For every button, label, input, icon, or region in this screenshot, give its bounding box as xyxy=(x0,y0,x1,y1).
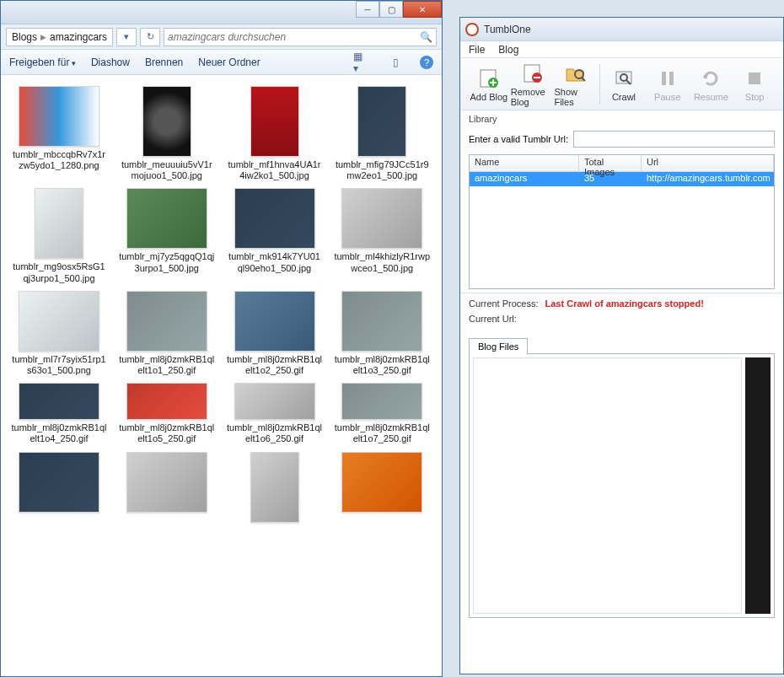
breadcrumb-part[interactable]: amazingcars xyxy=(50,31,107,43)
file-item[interactable]: tumblr_mbccqbRv7x1rzw5ydo1_1280.png xyxy=(9,86,109,181)
svg-rect-11 xyxy=(749,73,760,84)
file-grid[interactable]: tumblr_mbccqbRv7x1rzw5ydo1_1280.pngtumbl… xyxy=(4,78,442,676)
url-input[interactable] xyxy=(573,131,775,148)
blog-grid[interactable]: Name Total Images Url amazingcars 35 htt… xyxy=(469,154,775,289)
thumbnail xyxy=(126,188,207,249)
menu-blog[interactable]: Blog xyxy=(498,44,518,56)
cell-name: amazingcars xyxy=(470,172,579,186)
file-name: tumblr_ml8j0zmkRB1qlelt1o6_250.gif xyxy=(225,422,325,444)
search-box[interactable]: 🔍 xyxy=(164,28,437,46)
file-item[interactable]: tumblr_ml4khizlyR1rwpwceo1_500.jpg xyxy=(332,188,432,283)
file-item[interactable]: tumblr_ml7r7syix51rp1s63o1_500.png xyxy=(9,291,109,376)
thumbnail xyxy=(19,291,99,352)
file-name: tumblr_mk914k7YU01ql90eho1_500.jpg xyxy=(225,251,325,273)
file-item[interactable]: tumblr_ml8j0zmkRB1qlelt1o3_250.gif xyxy=(332,291,432,376)
file-item[interactable]: tumblr_ml8j0zmkRB1qlelt1o7_250.gif xyxy=(332,383,432,444)
tumblone-window: TumblOne File Blog Add Blog Remove Blog … xyxy=(459,17,784,674)
file-item[interactable]: tumblr_ml8j0zmkRB1qlelt1o2_250.gif xyxy=(225,291,325,376)
preview-pane-button[interactable]: ▯ xyxy=(386,54,405,71)
explorer-toolbar: Freigeben für Diashow Brennen Neuer Ordn… xyxy=(1,50,442,75)
search-icon[interactable]: 🔍 xyxy=(420,31,432,43)
stop-button[interactable]: Stop xyxy=(733,61,776,108)
menu-file[interactable]: File xyxy=(469,44,485,56)
cell-url: http://amazingcars.tumblr.com xyxy=(642,172,774,186)
library-label: Library xyxy=(469,114,497,124)
url-label: Enter a valid Tumblr Url: xyxy=(469,134,568,144)
preview-list[interactable] xyxy=(473,357,742,614)
file-item[interactable] xyxy=(225,452,325,525)
file-name: tumblr_mj7yz5qgqQ1qj3urpo1_500.jpg xyxy=(117,251,217,273)
add-icon xyxy=(477,67,501,90)
app-icon xyxy=(465,23,479,36)
svg-rect-10 xyxy=(669,72,674,85)
thumbnail xyxy=(357,86,406,157)
thumbnail xyxy=(341,291,422,352)
grid-row[interactable]: amazingcars 35 http://amazingcars.tumblr… xyxy=(470,172,774,186)
file-item[interactable]: tumblr_mfig79JCc51r9mw2eo1_500.jpg xyxy=(332,86,432,181)
thumbnail xyxy=(19,452,99,513)
menu-bar: File Blog xyxy=(460,41,783,58)
file-item[interactable] xyxy=(9,452,109,525)
breadcrumb-part[interactable]: Blogs xyxy=(12,31,37,43)
thumbnail xyxy=(341,383,422,420)
file-item[interactable]: tumblr_mf1hnva4UA1r4iw2ko1_500.jpg xyxy=(225,86,325,181)
process-label: Current Process: xyxy=(469,298,539,309)
thumbnail xyxy=(126,383,207,420)
process-message: Last Crawl of amazingcars stopped! xyxy=(545,298,704,309)
file-item[interactable] xyxy=(332,452,432,525)
add-blog-button[interactable]: Add Blog xyxy=(467,61,511,108)
pause-button[interactable]: Pause xyxy=(646,61,690,108)
file-name: tumblr_mbccqbRv7x1rzw5ydo1_1280.png xyxy=(9,149,109,171)
file-item[interactable]: tumblr_meuuuiu5vV1rmojuoo1_500.jpg xyxy=(117,86,217,181)
file-name: tumblr_ml4khizlyR1rwpwceo1_500.jpg xyxy=(332,251,432,273)
minimize-button[interactable]: ─ xyxy=(356,1,379,18)
file-item[interactable]: tumblr_ml8j0zmkRB1qlelt1o6_250.gif xyxy=(225,383,325,444)
new-folder-button[interactable]: Neuer Ordner xyxy=(198,56,260,68)
thumbnail xyxy=(234,383,315,420)
current-url-label: Current Url: xyxy=(469,314,517,324)
remove-blog-button[interactable]: Remove Blog xyxy=(511,61,555,108)
show-files-button[interactable]: Show Files xyxy=(554,61,598,108)
file-name: tumblr_ml7r7syix51rp1s63o1_500.png xyxy=(9,354,109,376)
maximize-button[interactable]: ▢ xyxy=(379,1,403,18)
explorer-window: ─ ▢ ✕ Blogs ▶ amazingcars ▾ ↻ 🔍 Freigebe… xyxy=(0,0,443,677)
svg-rect-9 xyxy=(662,72,666,85)
remove-icon xyxy=(521,62,545,85)
file-item[interactable]: tumblr_mk914k7YU01ql90eho1_500.jpg xyxy=(225,188,325,283)
file-name: tumblr_ml8j0zmkRB1qlelt1o5_250.gif xyxy=(117,422,217,444)
refresh-button[interactable]: ↻ xyxy=(140,28,160,46)
toolbar: Add Blog Remove Blog Show Files Crawl Pa… xyxy=(460,58,783,110)
search-input[interactable] xyxy=(168,31,420,43)
col-name[interactable]: Name xyxy=(470,155,579,171)
file-item[interactable]: tumblr_ml8j0zmkRB1qlelt1o4_250.gif xyxy=(9,383,109,444)
library-panel: Library Enter a valid Tumblr Url: Name T… xyxy=(460,110,783,293)
file-item[interactable] xyxy=(117,452,217,525)
history-dropdown-button[interactable]: ▾ xyxy=(116,28,137,46)
slideshow-button[interactable]: Diashow xyxy=(91,56,130,68)
app-title: TumblOne xyxy=(484,24,531,35)
file-name: tumblr_mfig79JCc51r9mw2eo1_500.jpg xyxy=(332,159,432,181)
close-button[interactable]: ✕ xyxy=(403,1,442,18)
col-total-images[interactable]: Total Images xyxy=(579,155,642,171)
thumbnail xyxy=(19,86,99,147)
thumbnail xyxy=(234,291,315,352)
help-icon[interactable]: ? xyxy=(420,56,433,69)
view-options-button[interactable]: ▦ ▾ xyxy=(352,54,371,71)
tab-blog-files[interactable]: Blog Files xyxy=(469,338,528,354)
grid-header: Name Total Images Url xyxy=(470,155,774,172)
breadcrumb[interactable]: Blogs ▶ amazingcars xyxy=(6,28,113,46)
crawl-button[interactable]: Crawl xyxy=(602,61,646,108)
file-item[interactable]: tumblr_ml8j0zmkRB1qlelt1o1_250.gif xyxy=(117,291,217,376)
file-name: tumblr_ml8j0zmkRB1qlelt1o3_250.gif xyxy=(332,354,432,376)
pause-icon xyxy=(656,67,679,90)
share-menu[interactable]: Freigeben für xyxy=(9,56,76,68)
resume-button[interactable]: Resume xyxy=(690,61,733,108)
file-item[interactable]: tumblr_mg9osx5RsG1qj3urpo1_500.jpg xyxy=(9,188,109,283)
folder-search-icon xyxy=(564,62,588,85)
file-item[interactable]: tumblr_mj7yz5qgqQ1qj3urpo1_500.jpg xyxy=(117,188,217,283)
col-url[interactable]: Url xyxy=(642,155,774,171)
burn-button[interactable]: Brennen xyxy=(145,56,183,68)
file-item[interactable]: tumblr_ml8j0zmkRB1qlelt1o5_250.gif xyxy=(117,383,217,444)
file-name: tumblr_meuuuiu5vV1rmojuoo1_500.jpg xyxy=(117,159,217,181)
crawl-icon xyxy=(612,67,636,90)
